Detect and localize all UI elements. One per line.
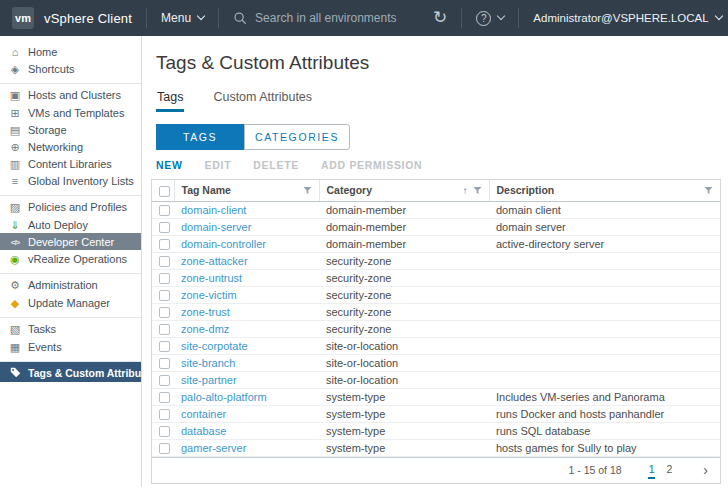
row-checkbox[interactable] xyxy=(159,409,170,420)
description-cell: runs SQL database xyxy=(489,422,720,439)
select-all-checkbox[interactable] xyxy=(159,186,170,197)
row-checkbox-cell xyxy=(152,354,174,371)
sidebar-item-developer-center[interactable]: </> Developer Center xyxy=(0,233,141,250)
sidebar-item-global-inventory-lists[interactable]: ≡ Global Inventory Lists xyxy=(0,172,141,189)
row-checkbox[interactable] xyxy=(159,273,170,284)
tag-name-link[interactable]: domain-client xyxy=(181,204,246,216)
pagination-range: 1 - 15 of 18 xyxy=(569,464,622,476)
sidebar-item-tasks[interactable]: ▧ Tasks xyxy=(0,317,141,338)
sidebar-item-label: Tags & Custom Attributes xyxy=(28,367,142,379)
user-menu-button[interactable]: Administrator@VSPHERE.LOCAL xyxy=(533,12,721,24)
row-checkbox[interactable] xyxy=(159,205,170,216)
row-checkbox[interactable] xyxy=(159,375,170,386)
row-checkbox[interactable] xyxy=(159,290,170,301)
description-cell: hosts games for Sully to play xyxy=(489,439,720,456)
row-checkbox-cell xyxy=(152,235,174,252)
tab-custom-attributes[interactable]: Custom Attributes xyxy=(212,87,313,112)
chevron-down-icon xyxy=(197,12,205,20)
header-divider xyxy=(146,8,147,28)
filter-icon[interactable] xyxy=(473,186,482,195)
tag-name-link[interactable]: domain-controller xyxy=(181,238,266,250)
sidebar-item-events[interactable]: ▦ Events xyxy=(0,338,141,355)
tag-name-link[interactable]: site-branch xyxy=(181,357,235,369)
row-checkbox[interactable] xyxy=(159,222,170,233)
tag-name-link[interactable]: zone-trust xyxy=(181,306,230,318)
tag-name-link[interactable]: site-partner xyxy=(181,374,237,386)
table-row: site-branch site-or-location xyxy=(152,354,720,371)
table-header-row: Tag Name Category ↑ xyxy=(152,180,720,201)
sort-ascending-icon[interactable]: ↑ xyxy=(463,185,468,196)
filter-icon[interactable] xyxy=(303,186,312,195)
networking-icon: ⊕ xyxy=(8,141,22,153)
row-checkbox[interactable] xyxy=(159,256,170,267)
sidebar-item-policies-and-profiles[interactable]: ▨ Policies and Profiles xyxy=(0,195,141,216)
tag-name-link[interactable]: zone-victim xyxy=(181,289,237,301)
toggle-button-categories[interactable]: CATEGORIES xyxy=(244,124,350,150)
next-page-button[interactable]: › xyxy=(703,465,708,475)
table-row: domain-server domain-member domain serve… xyxy=(152,218,720,235)
sidebar-item-update-manager[interactable]: ◆ Update Manager xyxy=(0,294,141,311)
select-all-header-cell xyxy=(152,180,174,201)
row-checkbox[interactable] xyxy=(159,358,170,369)
description-column-header: Description xyxy=(489,180,720,201)
refresh-button[interactable]: ↻ xyxy=(433,10,447,26)
sidebar-item-home[interactable]: ⌂ Home xyxy=(0,43,141,60)
tag-name-link[interactable]: database xyxy=(181,425,226,437)
sidebar-item-label: Content Libraries xyxy=(28,158,112,170)
action-delete[interactable]: DELETE xyxy=(253,159,299,171)
sidebar-item-content-libraries[interactable]: ▥ Content Libraries xyxy=(0,155,141,172)
hosts-and-clusters-icon: ▣ xyxy=(8,89,22,101)
action-add-permission[interactable]: ADD PERMISSION xyxy=(321,159,422,171)
product-title: vSphere Client xyxy=(44,11,132,26)
column-label: Description xyxy=(497,184,555,196)
tab-label: Custom Attributes xyxy=(213,90,312,104)
global-search-input[interactable]: Search in all environments xyxy=(233,11,433,25)
help-menu-button[interactable]: ? xyxy=(476,11,504,26)
sidebar-item-shortcuts[interactable]: ◈ Shortcuts xyxy=(0,60,141,77)
tasks-icon: ▧ xyxy=(8,323,22,335)
vmware-logo[interactable]: vm xyxy=(12,7,34,29)
tag-name-link[interactable]: zone-attacker xyxy=(181,255,248,267)
tab-tags[interactable]: Tags xyxy=(156,87,184,112)
tag-name-link[interactable]: domain-server xyxy=(181,221,251,233)
page-button-2[interactable]: 2 xyxy=(665,462,673,479)
description-cell xyxy=(489,371,720,388)
toggle-button-tags[interactable]: TAGS xyxy=(156,124,244,150)
row-checkbox[interactable] xyxy=(159,239,170,250)
tag-name-link[interactable]: zone-untrust xyxy=(181,272,242,284)
filter-icon[interactable] xyxy=(704,186,713,195)
sidebar-item-administration[interactable]: ⚙ Administration xyxy=(0,273,141,294)
row-checkbox[interactable] xyxy=(159,426,170,437)
table-row: zone-untrust security-zone xyxy=(152,269,720,286)
action-edit[interactable]: EDIT xyxy=(205,159,232,171)
tag-name-link[interactable]: container xyxy=(181,408,226,420)
tag-name-link[interactable]: palo-alto-platform xyxy=(181,391,267,403)
sidebar-item-tags-custom-attributes[interactable]: Tags & Custom Attributes xyxy=(0,361,141,382)
tag-name-link[interactable]: gamer-server xyxy=(181,442,246,454)
menu-button[interactable]: Menu xyxy=(161,11,204,25)
table-row: site-partner site-or-location xyxy=(152,371,720,388)
sidebar-item-label: Update Manager xyxy=(28,297,110,309)
sidebar-item-label: Policies and Profiles xyxy=(28,201,127,213)
sidebar-item-label: Storage xyxy=(28,124,67,136)
action-new[interactable]: NEW xyxy=(156,159,183,171)
tag-name-link[interactable]: site-corpotate xyxy=(181,340,248,352)
user-name: Administrator@VSPHERE.LOCAL xyxy=(533,12,708,24)
table-row: zone-trust security-zone xyxy=(152,303,720,320)
chevron-down-icon xyxy=(714,12,722,20)
sidebar-item-vrealize-operations[interactable]: ◉ vRealize Operations xyxy=(0,250,141,267)
sidebar-item-storage[interactable]: ▤ Storage xyxy=(0,121,141,138)
row-checkbox[interactable] xyxy=(159,307,170,318)
page-button-1[interactable]: 1 xyxy=(648,462,656,479)
row-checkbox[interactable] xyxy=(159,341,170,352)
help-icon: ? xyxy=(476,11,491,26)
tag-name-link[interactable]: zone-dmz xyxy=(181,323,229,335)
row-checkbox[interactable] xyxy=(159,392,170,403)
sidebar-item-vms-and-templates[interactable]: ⊞ VMs and Templates xyxy=(0,104,141,121)
sidebar-item-hosts-and-clusters[interactable]: ▣ Hosts and Clusters xyxy=(0,83,141,104)
sidebar-item-networking[interactable]: ⊕ Networking xyxy=(0,138,141,155)
sidebar-item-label: VMs and Templates xyxy=(28,107,124,119)
row-checkbox[interactable] xyxy=(159,324,170,335)
sidebar-item-auto-deploy[interactable]: ⇓ Auto Deploy xyxy=(0,216,141,233)
row-checkbox[interactable] xyxy=(159,443,170,454)
